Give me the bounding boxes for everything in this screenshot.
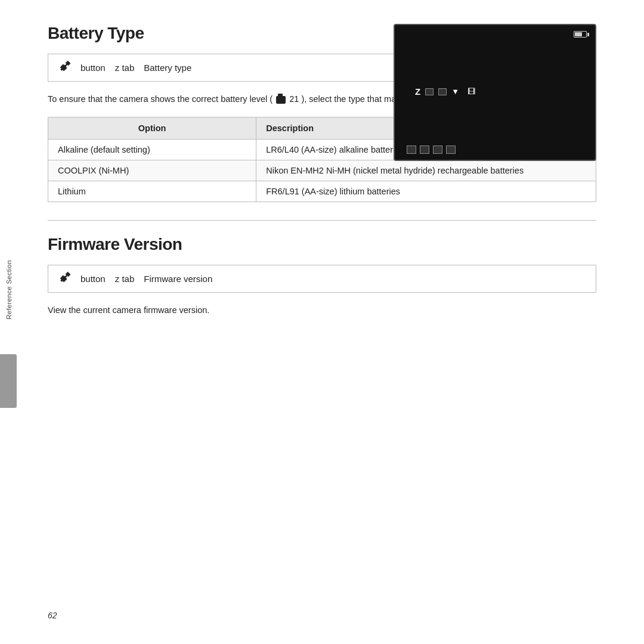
firmware-description: View the current camera firmware version… — [48, 304, 537, 317]
screen-icon-film: 🎞 — [467, 87, 475, 96]
screen-btn-icon4 — [446, 145, 456, 154]
col-option-header: Option — [48, 117, 256, 140]
battery-fill — [575, 32, 582, 36]
firmware-nav-text1: button — [80, 274, 106, 284]
battery-nav-text3: Battery type — [144, 63, 191, 73]
screen-icon-box2 — [438, 88, 447, 95]
firmware-section: Firmware Version button z tab Firmware v… — [48, 235, 596, 317]
table-cell-description: Nikon EN-MH2 Ni-MH (nickel metal hydride… — [256, 160, 596, 181]
table-row: COOLPIX (Ni-MH)Nikon EN-MH2 Ni-MH (nicke… — [48, 160, 596, 181]
screen-btn-icon2 — [420, 145, 429, 154]
firmware-nav-box: button z tab Firmware version — [48, 265, 596, 293]
page-number: 62 — [48, 611, 57, 620]
sidebar-tab — [0, 354, 17, 408]
firmware-title: Firmware Version — [48, 235, 596, 254]
screen-icon-z: Z — [415, 86, 420, 97]
table-cell-description: FR6/L91 (AA-size) lithium batteries — [256, 181, 596, 202]
screen-btn-icon1 — [407, 145, 416, 154]
table-row: LithiumFR6/L91 (AA-size) lithium batteri… — [48, 181, 596, 202]
screen-icon-box1 — [425, 88, 434, 95]
battery-nav-text1: button — [80, 63, 106, 73]
table-cell-option: Lithium — [48, 181, 256, 202]
firmware-nav-icon — [59, 271, 71, 286]
battery-nav-text2: z tab — [115, 63, 135, 73]
screen-battery-icon — [574, 31, 587, 38]
screen-top-bar — [403, 31, 587, 38]
screen-middle-area: Z ▼ 🎞 — [403, 86, 587, 97]
screen-btn-icon3 — [433, 145, 442, 154]
screen-bottom-bar — [403, 145, 587, 154]
firmware-nav-text2: z tab — [115, 274, 135, 284]
firmware-nav-text3: Firmware version — [144, 274, 212, 284]
table-cell-option: COOLPIX (Ni-MH) — [48, 160, 256, 181]
page-container: Battery Type button z tab Battery type T… — [0, 0, 644, 352]
camera-screen-mockup: Z ▼ 🎞 — [394, 24, 596, 161]
camera-icon-inline — [276, 96, 286, 104]
screen-icon-triangle: ▼ — [451, 87, 459, 96]
section-divider — [48, 220, 596, 221]
battery-nav-icon — [59, 60, 71, 75]
table-cell-option: Alkaline (default setting) — [48, 140, 256, 160]
